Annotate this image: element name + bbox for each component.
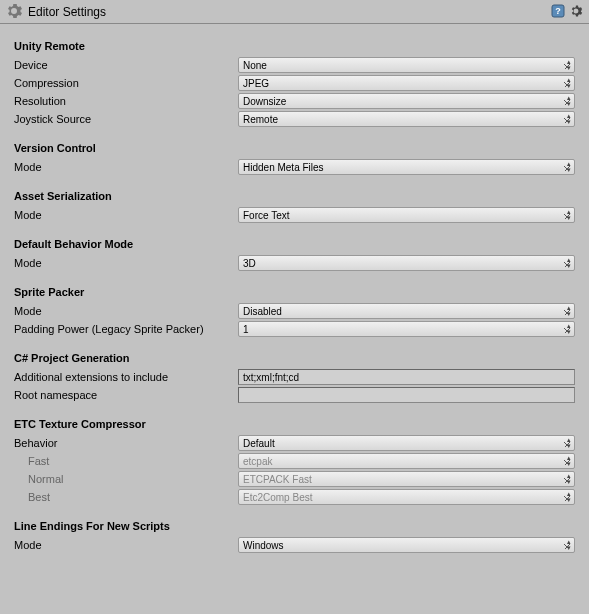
- label-etc-best: Best: [14, 491, 238, 503]
- dropdown-le-mode[interactable]: Windows▴▾: [238, 537, 575, 553]
- row-resolution: Resolution Downsize▴▾: [14, 92, 575, 110]
- label-resolution: Resolution: [14, 95, 238, 107]
- row-device: Device None▴▾: [14, 56, 575, 74]
- row-additional-ext: Additional extensions to include: [14, 368, 575, 386]
- label-le-mode: Mode: [14, 539, 238, 551]
- settings-content: Unity Remote Device None▴▾ Compression J…: [0, 24, 589, 562]
- row-etc-normal: Normal ETCPACK Fast▴▾: [14, 470, 575, 488]
- label-vc-mode: Mode: [14, 161, 238, 173]
- dropdown-compression[interactable]: JPEG▴▾: [238, 75, 575, 91]
- input-root-namespace[interactable]: [238, 387, 575, 403]
- label-sp-mode: Mode: [14, 305, 238, 317]
- header-actions: ?: [551, 4, 583, 20]
- label-root-namespace: Root namespace: [14, 389, 238, 401]
- settings-icon[interactable]: [569, 4, 583, 20]
- inspector-header: Editor Settings ?: [0, 0, 589, 24]
- section-sprite-packer: Sprite Packer: [14, 286, 575, 298]
- row-etc-fast: Fast etcpak▴▾: [14, 452, 575, 470]
- label-padding-power: Padding Power (Legacy Sprite Packer): [14, 323, 238, 335]
- label-joystick-source: Joystick Source: [14, 113, 238, 125]
- help-icon[interactable]: ?: [551, 4, 565, 20]
- dropdown-as-mode[interactable]: Force Text▴▾: [238, 207, 575, 223]
- header-title: Editor Settings: [28, 5, 551, 19]
- label-compression: Compression: [14, 77, 238, 89]
- row-root-namespace: Root namespace: [14, 386, 575, 404]
- dropdown-db-mode[interactable]: 3D▴▾: [238, 255, 575, 271]
- section-csharp-project: C# Project Generation: [14, 352, 575, 364]
- dropdown-etc-behavior[interactable]: Default▴▾: [238, 435, 575, 451]
- row-etc-best: Best Etc2Comp Best▴▾: [14, 488, 575, 506]
- label-db-mode: Mode: [14, 257, 238, 269]
- section-unity-remote: Unity Remote: [14, 40, 575, 52]
- dropdown-etc-normal: ETCPACK Fast▴▾: [238, 471, 575, 487]
- dropdown-joystick-source[interactable]: Remote▴▾: [238, 111, 575, 127]
- label-etc-normal: Normal: [14, 473, 238, 485]
- label-additional-ext: Additional extensions to include: [14, 371, 238, 383]
- row-le-mode: Mode Windows▴▾: [14, 536, 575, 554]
- dropdown-resolution[interactable]: Downsize▴▾: [238, 93, 575, 109]
- label-etc-fast: Fast: [14, 455, 238, 467]
- section-asset-serialization: Asset Serialization: [14, 190, 575, 202]
- dropdown-padding-power[interactable]: 1▴▾: [238, 321, 575, 337]
- input-additional-ext[interactable]: [238, 369, 575, 385]
- section-line-endings: Line Endings For New Scripts: [14, 520, 575, 532]
- row-as-mode: Mode Force Text▴▾: [14, 206, 575, 224]
- dropdown-etc-fast: etcpak▴▾: [238, 453, 575, 469]
- dropdown-etc-best: Etc2Comp Best▴▾: [238, 489, 575, 505]
- section-default-behavior: Default Behavior Mode: [14, 238, 575, 250]
- label-etc-behavior: Behavior: [14, 437, 238, 449]
- dropdown-vc-mode[interactable]: Hidden Meta Files▴▾: [238, 159, 575, 175]
- dropdown-sp-mode[interactable]: Disabled▴▾: [238, 303, 575, 319]
- row-vc-mode: Mode Hidden Meta Files▴▾: [14, 158, 575, 176]
- row-etc-behavior: Behavior Default▴▾: [14, 434, 575, 452]
- row-padding-power: Padding Power (Legacy Sprite Packer) 1▴▾: [14, 320, 575, 338]
- row-db-mode: Mode 3D▴▾: [14, 254, 575, 272]
- row-joystick-source: Joystick Source Remote▴▾: [14, 110, 575, 128]
- label-device: Device: [14, 59, 238, 71]
- row-sp-mode: Mode Disabled▴▾: [14, 302, 575, 320]
- section-version-control: Version Control: [14, 142, 575, 154]
- svg-text:?: ?: [555, 6, 561, 16]
- gear-icon: [6, 3, 28, 21]
- label-as-mode: Mode: [14, 209, 238, 221]
- section-etc-compressor: ETC Texture Compressor: [14, 418, 575, 430]
- dropdown-device[interactable]: None▴▾: [238, 57, 575, 73]
- row-compression: Compression JPEG▴▾: [14, 74, 575, 92]
